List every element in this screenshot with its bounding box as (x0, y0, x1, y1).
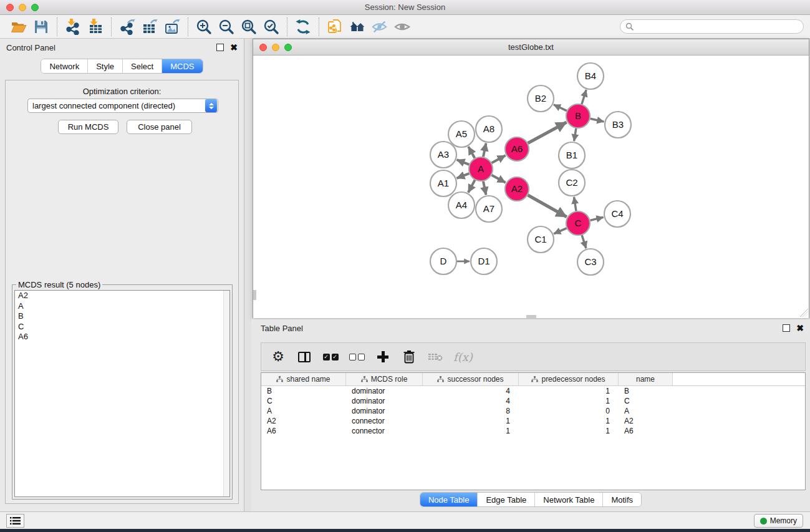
graph-edge-A-A8[interactable] (483, 143, 486, 157)
graph-node-B1[interactable]: B1 (559, 142, 585, 168)
graph-edge-A-A4[interactable] (468, 180, 475, 193)
graph-node-A8[interactable]: A8 (476, 116, 502, 142)
cell-name[interactable]: A (619, 406, 673, 416)
graph-node-C2[interactable]: C2 (559, 170, 585, 196)
zoom-in-button[interactable] (193, 17, 215, 37)
minimize-window-button[interactable] (19, 4, 26, 11)
column-header-MCDS-role[interactable]: MCDS role (346, 373, 423, 385)
graph-edge-A-A6[interactable] (492, 155, 506, 163)
cell-MCDS-role[interactable]: dominator (346, 386, 423, 396)
table-tab-network-table[interactable]: Network Table (535, 493, 603, 506)
cell-MCDS-role[interactable]: dominator (346, 396, 423, 406)
table-row-A[interactable]: Adominator80A (261, 406, 805, 416)
horizontal-scroll-thumb[interactable] (526, 315, 536, 318)
result-item-C[interactable]: C (15, 322, 229, 332)
cell-name[interactable]: B (619, 386, 673, 396)
graph-edge-A-A3[interactable] (456, 160, 469, 165)
graph-node-A1[interactable]: A1 (430, 170, 456, 196)
mcds-result-list[interactable]: A2ABCA6 (14, 290, 230, 497)
cell-successor-nodes[interactable]: 1 (423, 426, 519, 436)
zoom-selected-button[interactable] (260, 17, 282, 37)
result-item-A2[interactable]: A2 (15, 291, 229, 301)
network-canvas[interactable]: B4B2BB3A5A8A6A3B1AA1C2A2A4A7C4CC1C3DD1 (253, 56, 809, 318)
table-tab-motifs[interactable]: Motifs (603, 493, 641, 506)
table-row-C[interactable]: Cdominator41C (261, 396, 805, 406)
zoom-out-button[interactable] (215, 17, 238, 37)
graph-edge-A-A1[interactable] (456, 173, 469, 178)
column-header-successor-nodes[interactable]: successor nodes (423, 373, 519, 385)
float-panel-button[interactable] (216, 44, 224, 51)
graph-node-C1[interactable]: C1 (528, 226, 554, 253)
result-item-A6[interactable]: A6 (15, 332, 229, 342)
open-network-file-button[interactable] (324, 17, 346, 37)
cell-predecessor-nodes[interactable]: 0 (519, 406, 619, 416)
cell-predecessor-nodes[interactable]: 1 (519, 396, 619, 406)
add-column-button[interactable] (375, 347, 391, 366)
graph-edge-B-B3[interactable] (591, 118, 604, 122)
cell-predecessor-nodes[interactable]: 1 (519, 386, 619, 396)
hide-selected-button[interactable] (369, 17, 391, 37)
result-item-A[interactable]: A (15, 301, 229, 312)
cell-shared-name[interactable]: A (261, 406, 346, 416)
show-hidden-button[interactable] (391, 17, 413, 37)
select-all-columns-button[interactable]: ✓✓ (322, 347, 339, 366)
export-image-button[interactable] (161, 17, 183, 37)
export-table-button[interactable] (138, 17, 161, 37)
function-builder-button[interactable]: f(x) (453, 347, 473, 366)
close-panel-icon-button[interactable]: ✖ (230, 44, 238, 51)
cell-successor-nodes[interactable]: 4 (423, 396, 519, 406)
delete-table-button[interactable] (427, 347, 443, 366)
close-table-panel-button[interactable]: ✖ (796, 324, 804, 332)
cell-name[interactable]: A6 (619, 426, 673, 436)
cell-predecessor-nodes[interactable]: 1 (519, 426, 619, 436)
column-header-shared-name[interactable]: shared name (261, 373, 346, 385)
graph-edge-B-B2[interactable] (554, 105, 567, 111)
graph-edge-A6-B[interactable] (528, 122, 567, 143)
graph-edge-C-C4[interactable] (590, 217, 603, 220)
graph-edge-C-C3[interactable] (582, 235, 586, 248)
unselect-all-columns-button[interactable] (349, 347, 365, 366)
import-table-button[interactable] (84, 17, 107, 37)
cell-MCDS-role[interactable]: connector (346, 426, 423, 436)
graph-node-A5[interactable]: A5 (448, 121, 475, 147)
search-input[interactable] (634, 21, 803, 32)
table-tab-node-table[interactable]: Node Table (420, 493, 478, 506)
tab-style[interactable]: Style (88, 59, 123, 73)
result-scrollbar[interactable] (223, 291, 229, 496)
result-item-B[interactable]: B (15, 311, 229, 322)
resize-grip-icon[interactable] (800, 309, 808, 317)
split-view-button[interactable] (296, 347, 312, 366)
criterion-dropdown[interactable]: largest connected component (directed) (27, 99, 218, 113)
cell-shared-name[interactable]: B (261, 386, 346, 396)
close-panel-button[interactable]: Close panel (127, 120, 192, 134)
cell-MCDS-role[interactable]: connector (346, 416, 423, 426)
zoom-window-button[interactable] (31, 4, 39, 11)
graph-node-A4[interactable]: A4 (448, 192, 475, 218)
cell-shared-name[interactable]: A2 (261, 416, 346, 426)
close-window-button[interactable] (6, 4, 14, 11)
vertical-scroll-thumb[interactable] (253, 290, 256, 300)
column-header-name[interactable]: name (619, 373, 673, 385)
table-tab-edge-table[interactable]: Edge Table (478, 493, 535, 506)
graph-node-A6[interactable]: A6 (505, 137, 529, 161)
table-row-A6[interactable]: A6connector11A6 (261, 426, 805, 436)
cell-shared-name[interactable]: A6 (261, 426, 346, 436)
cell-successor-nodes[interactable]: 1 (423, 416, 519, 426)
float-table-panel-button[interactable] (783, 324, 790, 332)
graph-edge-A-A7[interactable] (483, 181, 486, 195)
export-network-button[interactable] (116, 17, 138, 37)
graph-edge-A-A2[interactable] (492, 175, 506, 183)
search-field[interactable] (620, 19, 804, 34)
graph-node-A7[interactable]: A7 (476, 196, 502, 222)
graph-node-A[interactable]: A (469, 157, 493, 181)
graph-node-A2[interactable]: A2 (505, 177, 529, 201)
graph-node-A3[interactable]: A3 (430, 142, 456, 168)
graph-node-D[interactable]: D (430, 248, 456, 274)
graph-node-B2[interactable]: B2 (528, 85, 554, 112)
graph-node-B[interactable]: B (566, 104, 590, 128)
network-minimize-button[interactable] (272, 44, 279, 51)
graph-node-D1[interactable]: D1 (471, 248, 497, 274)
cell-MCDS-role[interactable]: dominator (346, 406, 423, 416)
graph-edge-A-A5[interactable] (468, 147, 475, 158)
memory-button[interactable]: Memory (754, 514, 803, 528)
